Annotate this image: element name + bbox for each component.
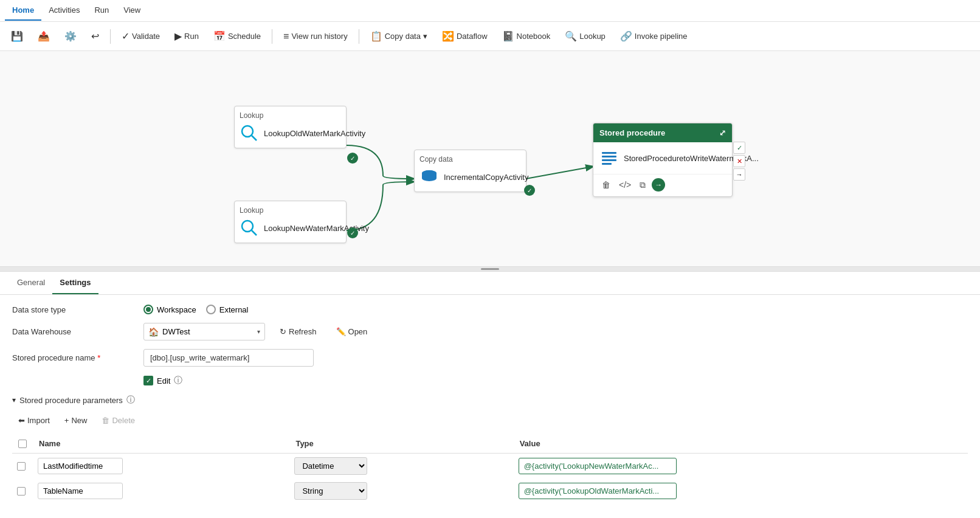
radio-group: Workspace External [143,305,249,314]
radio-workspace[interactable]: Workspace [143,305,196,314]
copydata-icon [419,167,439,187]
gear-icon: ⚙️ [64,30,77,42]
warehouse-icon: 🏠 [148,327,159,337]
copydata-node[interactable]: Copy data IncrementalCopyActivity [414,150,526,192]
view-run-history-button[interactable]: ≡ View run history [277,27,354,46]
storedproc-delete-btn[interactable]: 🗑 [599,179,613,191]
new-label: New [71,416,87,425]
collapse-icon: ▾ [12,396,16,404]
lookup-icon: 🔍 [565,30,577,42]
new-param-button[interactable]: + New [58,413,94,428]
divider-1 [110,29,111,44]
header-checkbox[interactable] [18,440,27,448]
row2-type-select[interactable]: String Datetime Int Boolean [294,482,367,500]
undo-icon: ↩ [91,30,99,42]
row2-value-input[interactable] [519,483,677,499]
storedproc-go-btn[interactable]: → [652,178,665,192]
lookup2-title: Lookup [240,206,341,215]
storedproc-actions: 🗑 </> ⧉ → ✓ ✕ → [593,174,732,196]
stored-proc-name-input[interactable] [143,349,314,367]
refresh-link[interactable]: ↻ Refresh [275,325,322,339]
row1-checkbox[interactable] [17,462,26,471]
save-button[interactable]: 💾 [5,27,29,46]
canvas[interactable]: Lookup LookupOldWaterMarkActivity ✓ Look… [0,51,980,267]
select-arrow-icon: ▾ [257,328,260,335]
storedproc-success-btn[interactable]: ✓ [733,142,745,154]
stored-proc-name-label: Stored procedure name [12,353,134,362]
run-history-icon: ≡ [283,31,289,42]
lookup1-title: Lookup [240,111,341,120]
lookup2-node[interactable]: Lookup LookupNewWaterMarkActivity [234,201,347,243]
copy-data-button[interactable]: 📋 Copy data ▾ [364,27,433,46]
notebook-button[interactable]: 📓 Notebook [496,27,557,46]
schedule-button[interactable]: 📅 Schedule [207,27,267,46]
refresh-label: Refresh [289,327,317,336]
tab-general[interactable]: General [10,272,52,294]
settings-content: Data store type Workspace External Data … [0,295,980,513]
invoke-pipeline-button[interactable]: 🔗 Invoke pipeline [614,27,694,46]
import-label: Import [27,416,50,425]
storedproc-node[interactable]: Stored procedure ⤢ StoredProceduretoWrit… [593,123,733,197]
lookup1-node[interactable]: Lookup LookupOldWaterMarkActivity [234,106,347,148]
row2-name-input[interactable] [38,483,123,499]
validate-label: Validate [132,32,160,41]
row2-checkbox[interactable] [17,487,26,496]
table-row: Datetime String Int Boolean [12,454,968,479]
menu-home[interactable]: Home [5,1,41,21]
storedproc-fail-btn[interactable]: ✕ [733,155,745,167]
publish-button[interactable]: 📤 [32,27,56,46]
panel-divider[interactable] [0,267,980,272]
settings-button[interactable]: ⚙️ [58,27,83,46]
radio-external[interactable]: External [206,305,249,314]
delete-label: Delete [112,416,135,425]
radio-workspace-label: Workspace [157,305,196,314]
invoke-pipeline-label: Invoke pipeline [635,32,688,41]
open-link[interactable]: ✏️ Open [331,325,373,339]
svg-rect-8 [602,152,616,154]
radio-workspace-circle [143,305,153,314]
settings-tabs: General Settings [0,272,980,295]
data-warehouse-select[interactable]: DWTest [143,323,265,340]
params-table-header-row: Name Type Value [12,434,968,454]
validate-icon: ✓ [122,30,129,42]
params-table: Name Type Value Datetime String Int [12,434,968,503]
lookup2-check: ✓ [347,227,358,238]
lookup-button[interactable]: 🔍 Lookup [559,27,612,46]
import-button[interactable]: ⬅ Import [12,413,56,428]
params-info-icon[interactable]: ⓘ [126,395,135,406]
menu-bar: Home Activities Run View [0,0,980,22]
notebook-label: Notebook [517,32,551,41]
svg-rect-11 [602,163,612,165]
run-icon: ▶ [174,30,182,42]
edit-checkbox[interactable]: ✓ [143,376,153,385]
menu-view[interactable]: View [116,1,148,21]
svg-point-0 [242,126,253,137]
notebook-icon: 📓 [502,30,514,42]
edit-label: Edit [157,376,170,385]
undo-button[interactable]: ↩ [85,27,105,46]
storedproc-code-btn[interactable]: </> [616,179,633,191]
row1-type-select[interactable]: Datetime String Int Boolean [294,457,367,475]
stored-proc-params-header[interactable]: ▾ Stored procedure parameters ⓘ [12,395,968,406]
storedproc-header: Stored procedure ⤢ [593,123,732,142]
data-store-type-row: Data store type Workspace External [12,305,968,314]
divider-3 [359,29,359,44]
validate-button[interactable]: ✓ Validate [116,27,166,46]
menu-run[interactable]: Run [87,1,116,21]
copydata-check: ✓ [524,185,535,196]
storedproc-copy-btn[interactable]: ⧉ [637,179,648,192]
storedproc-complete-btn[interactable]: → [733,168,745,181]
row1-value-input[interactable] [519,458,677,474]
run-button[interactable]: ▶ Run [168,27,205,46]
run-history-label: View run history [291,32,347,41]
toolbar: 💾 📤 ⚙️ ↩ ✓ Validate ▶ Run 📅 Schedule ≡ V… [0,22,980,51]
stored-proc-name-row: Stored procedure name [12,349,968,367]
menu-activities[interactable]: Activities [41,1,87,21]
tab-settings[interactable]: Settings [52,272,98,294]
dataflow-button[interactable]: 🔀 Dataflow [436,27,494,46]
delete-param-button[interactable]: 🗑 Delete [95,413,141,428]
save-icon: 💾 [11,30,23,42]
row1-name-input[interactable] [38,458,123,474]
edit-info-icon[interactable]: ⓘ [174,375,182,386]
params-toolbar: ⬅ Import + New 🗑 Delete [12,413,968,428]
